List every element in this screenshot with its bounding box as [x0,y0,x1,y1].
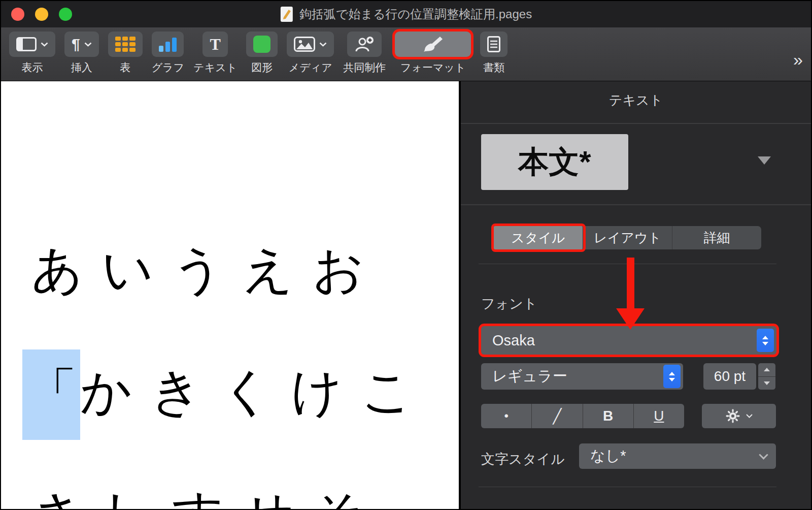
chevron-down-icon [41,42,48,47]
document-file-icon [280,6,293,22]
text-button[interactable]: T [202,31,227,57]
shape-button-label: 図形 [251,60,273,75]
toolbar-item-table: 表 [108,31,143,75]
table-button-label: 表 [120,60,130,75]
document-lines-icon [487,36,500,52]
collaborate-button[interactable] [347,31,382,57]
pilcrow-icon: ¶ [72,36,80,53]
toolbar-item-chart: グラフ [152,31,184,75]
font-size-decrement[interactable] [758,377,775,390]
insert-button-label: 挿入 [71,60,92,75]
paragraph-style-dropdown-icon[interactable] [758,156,771,165]
media-button-label: メディア [289,60,332,75]
stepper-up-icon [762,336,768,339]
document-text-line: 「かきくけこ [22,356,431,427]
table-grid-icon [115,37,136,52]
person-add-icon [354,36,375,52]
font-size-stepper[interactable] [758,363,775,390]
toolbar-item-text: T テキスト [193,31,237,75]
font-style-stepper[interactable] [663,365,681,388]
document-text: かきくけこ [80,363,431,420]
paintbrush-icon [423,36,443,52]
format-sidebar: テキスト 本文* スタイル レイアウト 詳細 フォント Osaka レギュラー [459,81,811,509]
window-sidebar-icon [16,37,37,51]
shape-square-icon [253,36,270,53]
toolbar-item-document: 書類 [480,31,507,75]
media-button[interactable] [287,31,334,57]
format-button[interactable] [395,31,471,57]
font-section-label: フォント [481,295,537,313]
window-title-group: 鉤括弧で始まる行の位置調整検証用.pages [280,6,532,22]
italic-button[interactable]: ╱ [532,404,583,428]
tab-layout[interactable]: レイアウト [583,226,672,249]
stepper-down-icon [762,342,768,345]
divider [479,487,776,487]
toolbar-item-collaborate: 共同制作 [343,31,386,75]
table-button[interactable] [108,31,143,57]
minimize-window-button[interactable] [35,8,48,21]
toolbar-item-insert: ¶ 挿入 [64,31,99,75]
stepper-up-icon [764,368,770,371]
close-window-button[interactable] [11,8,24,21]
chevron-down-icon [84,42,92,47]
toolbar-item-shape: 図形 [246,31,278,75]
chevron-down-icon [746,414,753,418]
view-button-label: 表示 [22,60,43,75]
annotation-arrow [616,258,645,330]
font-family-select[interactable]: Osaka [481,326,776,355]
document-button[interactable] [480,31,507,57]
font-family-stepper[interactable] [757,329,774,352]
toolbar-item-media: メディア [287,31,334,75]
advanced-options-button[interactable] [702,404,776,428]
document-text-line: さしすせそ [31,477,383,510]
paragraph-style-button[interactable]: 本文* [481,134,628,190]
selected-text: 「 [22,349,80,440]
tab-more[interactable]: 詳細 [672,226,761,249]
text-tool-icon: T [210,35,220,54]
window-title: 鉤括弧で始まる行の位置調整検証用.pages [299,6,532,22]
font-style-select[interactable]: レギュラー [481,363,683,390]
underline-button[interactable]: U [634,404,684,428]
chevron-down-icon [759,450,768,459]
view-button[interactable] [9,31,55,57]
font-family-value: Osaka [481,332,535,349]
stepper-up-icon [669,372,675,375]
character-style-select[interactable]: なし* [579,443,776,469]
bold-button[interactable]: B [583,404,634,428]
character-format-segmented-control: • ╱ B U [481,404,684,428]
tab-style[interactable]: スタイル [494,226,583,249]
chart-button[interactable] [152,31,184,57]
photo-icon [294,37,315,52]
bar-chart-icon [159,37,177,52]
main-toolbar: 表示 ¶ 挿入 表 グラフ [1,27,811,81]
divider [461,204,811,205]
gear-icon [726,409,740,423]
document-canvas[interactable]: あいうえお 「かきくけこ さしすせそ [1,81,459,509]
chevron-down-icon [319,42,327,47]
toolbar-item-view: 表示 [9,31,55,75]
divider [461,123,811,124]
toolbar-overflow-button[interactable]: » [793,50,803,70]
shadow-button[interactable]: • [481,404,532,428]
document-text-line: あいうえお [31,234,383,305]
format-button-label: フォーマット [400,60,465,75]
character-style-value: なし* [579,446,626,466]
font-size-increment[interactable] [758,363,775,377]
character-style-label: 文字スタイル [481,450,565,468]
font-style-value: レギュラー [481,366,567,387]
zoom-window-button[interactable] [59,8,72,21]
collaborate-button-label: 共同制作 [343,60,386,75]
font-size-field[interactable]: 60 pt [703,363,756,390]
text-button-label: テキスト [193,60,237,75]
document-button-label: 書類 [483,60,504,75]
sidebar-title: テキスト [461,91,811,109]
toolbar-item-format: フォーマット [395,31,471,75]
sidebar-tab-bar: スタイル レイアウト 詳細 [494,226,761,249]
chart-button-label: グラフ [152,60,184,75]
title-bar: 鉤括弧で始まる行の位置調整検証用.pages [1,1,811,27]
shape-button[interactable] [246,31,278,57]
stepper-down-icon [669,378,675,381]
window-controls [1,8,72,21]
pages-window: 鉤括弧で始まる行の位置調整検証用.pages 表示 ¶ [0,0,812,510]
insert-button[interactable]: ¶ [64,31,99,57]
